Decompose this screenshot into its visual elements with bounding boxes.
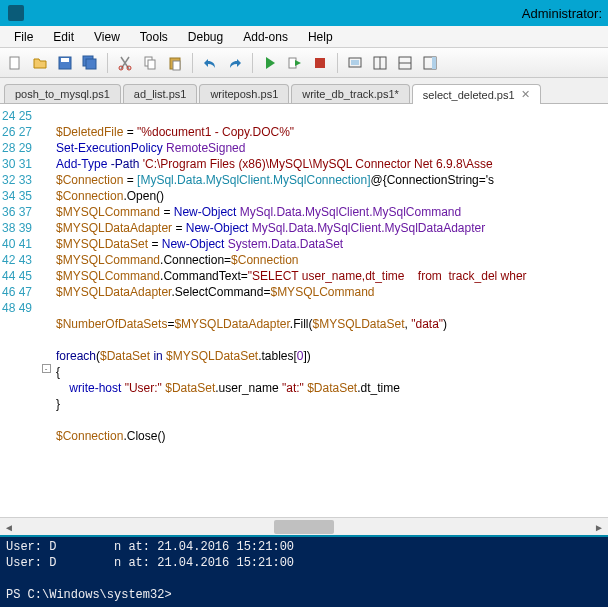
- svg-rect-8: [148, 60, 155, 69]
- titlebar: Administrator:: [0, 0, 608, 26]
- separator: [252, 53, 253, 73]
- scroll-right-icon[interactable]: ►: [590, 518, 608, 536]
- menu-help[interactable]: Help: [298, 28, 343, 46]
- svg-rect-0: [10, 57, 19, 69]
- window-title: Administrator:: [522, 6, 602, 21]
- menu-edit[interactable]: Edit: [43, 28, 84, 46]
- toolbar: [0, 48, 608, 78]
- script-pane-icon[interactable]: [394, 52, 416, 74]
- editor[interactable]: 24 25 26 27 28 29 30 31 32 33 34 35 36 3…: [0, 104, 608, 517]
- svg-rect-2: [61, 58, 69, 62]
- open-icon[interactable]: [29, 52, 51, 74]
- horizontal-scrollbar[interactable]: ◄ ►: [0, 517, 608, 535]
- tab-write-db-track[interactable]: write_db_track.ps1*: [291, 84, 410, 103]
- tabbar: posh_to_mysql.ps1 ad_list.ps1 writeposh.…: [0, 78, 608, 104]
- saveall-icon[interactable]: [79, 52, 101, 74]
- cut-icon[interactable]: [114, 52, 136, 74]
- tab-label: write_db_track.ps1*: [302, 88, 399, 100]
- tab-ad-list[interactable]: ad_list.ps1: [123, 84, 198, 103]
- tab-label: ad_list.ps1: [134, 88, 187, 100]
- menubar: File Edit View Tools Debug Add-ons Help: [0, 26, 608, 48]
- tab-label: writeposh.ps1: [210, 88, 278, 100]
- app-icon: [8, 5, 24, 21]
- run-icon[interactable]: [259, 52, 281, 74]
- svg-rect-10: [173, 61, 180, 70]
- separator: [337, 53, 338, 73]
- menu-tools[interactable]: Tools: [130, 28, 178, 46]
- save-icon[interactable]: [54, 52, 76, 74]
- tab-label: select_deleted.ps1: [423, 89, 515, 101]
- menu-debug[interactable]: Debug: [178, 28, 233, 46]
- run-selection-icon[interactable]: [284, 52, 306, 74]
- close-icon[interactable]: ✕: [521, 88, 530, 101]
- paste-icon[interactable]: [164, 52, 186, 74]
- panel-icon[interactable]: [369, 52, 391, 74]
- svg-rect-20: [432, 57, 436, 69]
- menu-view[interactable]: View: [84, 28, 130, 46]
- fold-column: -: [40, 104, 52, 517]
- new-remote-icon[interactable]: [344, 52, 366, 74]
- command-addon-icon[interactable]: [419, 52, 441, 74]
- tab-select-deleted[interactable]: select_deleted.ps1✕: [412, 84, 541, 104]
- code-area[interactable]: $DeletedFile = "%document1 - Copy.DOC%" …: [52, 104, 608, 517]
- svg-rect-4: [86, 59, 96, 69]
- separator: [107, 53, 108, 73]
- menu-addons[interactable]: Add-ons: [233, 28, 298, 46]
- stop-icon[interactable]: [309, 52, 331, 74]
- separator: [192, 53, 193, 73]
- tab-posh-to-mysql[interactable]: posh_to_mysql.ps1: [4, 84, 121, 103]
- redo-icon[interactable]: [224, 52, 246, 74]
- undo-icon[interactable]: [199, 52, 221, 74]
- tab-label: posh_to_mysql.ps1: [15, 88, 110, 100]
- console-pane[interactable]: User: D n at: 21.04.2016 15:21:00 User: …: [0, 535, 608, 607]
- new-icon[interactable]: [4, 52, 26, 74]
- scroll-left-icon[interactable]: ◄: [0, 518, 18, 536]
- menu-file[interactable]: File: [4, 28, 43, 46]
- svg-rect-11: [289, 58, 296, 68]
- scroll-thumb[interactable]: [274, 520, 334, 534]
- svg-rect-14: [351, 60, 359, 65]
- copy-icon[interactable]: [139, 52, 161, 74]
- line-gutter: 24 25 26 27 28 29 30 31 32 33 34 35 36 3…: [0, 104, 40, 517]
- tab-writeposh[interactable]: writeposh.ps1: [199, 84, 289, 103]
- svg-rect-12: [315, 58, 325, 68]
